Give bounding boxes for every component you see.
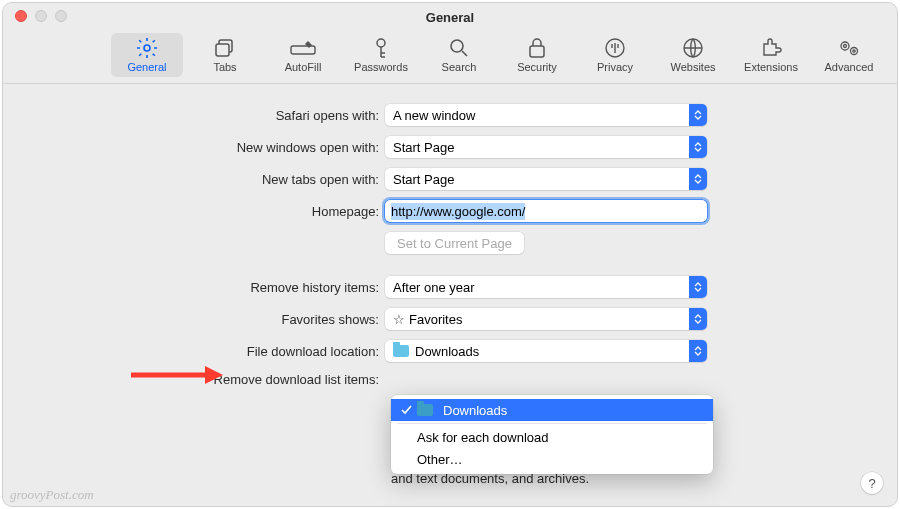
toolbar-label: Search <box>442 61 477 73</box>
toolbar-tab-advanced[interactable]: Advanced <box>813 33 885 77</box>
folder-icon <box>393 345 409 357</box>
help-button[interactable]: ? <box>861 472 883 494</box>
popup-arrows-icon <box>689 340 707 362</box>
popup-value: Start Page <box>393 140 454 155</box>
annotation-arrow-icon <box>131 366 223 384</box>
new-tabs-popup[interactable]: Start Page <box>385 168 707 190</box>
svg-point-10 <box>844 45 847 48</box>
toolbar-tab-extensions[interactable]: Extensions <box>735 33 807 77</box>
popup-value: A new window <box>393 108 475 123</box>
menu-item-ask[interactable]: Ask for each download <box>391 426 713 448</box>
svg-point-4 <box>377 39 385 47</box>
preferences-window: General General Tabs <box>2 2 898 507</box>
puzzle-icon <box>758 37 784 59</box>
general-pane: Safari opens with: A new window New wind… <box>3 84 897 387</box>
checkmark-icon <box>399 405 413 415</box>
menu-separator <box>397 423 707 424</box>
toolbar-label: AutoFill <box>285 61 322 73</box>
download-location-label: File download location: <box>3 344 385 359</box>
favorites-popup[interactable]: ☆ Favorites <box>385 308 707 330</box>
popup-value: Start Page <box>393 172 454 187</box>
hand-icon <box>602 37 628 59</box>
new-tabs-label: New tabs open with: <box>3 172 385 187</box>
lock-icon <box>524 37 550 59</box>
preferences-toolbar: General Tabs AutoFill <box>3 31 897 84</box>
folder-icon <box>417 404 433 416</box>
svg-marker-14 <box>205 366 223 384</box>
svg-point-9 <box>841 42 849 50</box>
toolbar-tab-passwords[interactable]: Passwords <box>345 33 417 77</box>
window-title: General <box>426 10 474 25</box>
homepage-value: http://www.google.com/ <box>391 203 525 220</box>
pencil-field-icon <box>290 37 316 59</box>
traffic-lights <box>15 10 67 22</box>
toolbar-tab-security[interactable]: Security <box>501 33 573 77</box>
menu-item-downloads[interactable]: Downloads <box>391 399 713 421</box>
tabs-icon <box>212 37 238 59</box>
download-location-popup[interactable]: Downloads <box>385 340 707 362</box>
menu-item-other[interactable]: Other… <box>391 448 713 470</box>
menu-item-label: Ask for each download <box>417 430 549 445</box>
gear-icon <box>134 37 160 59</box>
toolbar-tab-websites[interactable]: Websites <box>657 33 729 77</box>
globe-icon <box>680 37 706 59</box>
download-location-menu: Downloads Ask for each download Other… <box>391 395 713 474</box>
menu-item-label: Other… <box>417 452 463 467</box>
svg-rect-2 <box>216 44 229 56</box>
popup-arrows-icon <box>689 276 707 298</box>
toolbar-label: Tabs <box>213 61 236 73</box>
favorites-label: Favorites shows: <box>3 312 385 327</box>
svg-rect-3 <box>291 46 315 54</box>
star-icon: ☆ <box>393 312 405 327</box>
svg-rect-6 <box>530 46 544 57</box>
popup-arrows-icon <box>689 168 707 190</box>
remove-history-label: Remove history items: <box>3 280 385 295</box>
toolbar-tab-search[interactable]: Search <box>423 33 495 77</box>
homepage-field[interactable]: http://www.google.com/ <box>385 200 707 222</box>
close-window-button[interactable] <box>15 10 27 22</box>
zoom-window-button[interactable] <box>55 10 67 22</box>
remove-history-popup[interactable]: After one year <box>385 276 707 298</box>
popup-arrows-icon <box>689 136 707 158</box>
toolbar-label: Advanced <box>825 61 874 73</box>
toolbar-label: Security <box>517 61 557 73</box>
toolbar-tab-privacy[interactable]: Privacy <box>579 33 651 77</box>
titlebar: General <box>3 3 897 31</box>
popup-arrows-icon <box>689 104 707 126</box>
new-windows-label: New windows open with: <box>3 140 385 155</box>
svg-point-12 <box>853 50 855 52</box>
menu-item-label: Downloads <box>443 403 507 418</box>
set-current-page-button[interactable]: Set to Current Page <box>385 232 524 254</box>
watermark: groovyPost.com <box>10 487 94 503</box>
popup-arrows-icon <box>689 308 707 330</box>
homepage-label: Homepage: <box>3 204 385 219</box>
toolbar-label: Extensions <box>744 61 798 73</box>
svg-point-11 <box>851 48 858 55</box>
svg-point-5 <box>451 40 463 52</box>
popup-value: Downloads <box>415 344 479 359</box>
gears-icon <box>836 37 862 59</box>
safari-opens-popup[interactable]: A new window <box>385 104 707 126</box>
toolbar-label: Privacy <box>597 61 633 73</box>
search-icon <box>446 37 472 59</box>
toolbar-tab-autofill[interactable]: AutoFill <box>267 33 339 77</box>
new-windows-popup[interactable]: Start Page <box>385 136 707 158</box>
popup-value: Favorites <box>409 312 462 327</box>
safari-opens-label: Safari opens with: <box>3 108 385 123</box>
popup-value: After one year <box>393 280 475 295</box>
toolbar-tab-tabs[interactable]: Tabs <box>189 33 261 77</box>
toolbar-label: General <box>127 61 166 73</box>
svg-point-0 <box>144 45 150 51</box>
toolbar-label: Websites <box>670 61 715 73</box>
minimize-window-button[interactable] <box>35 10 47 22</box>
toolbar-tab-general[interactable]: General <box>111 33 183 77</box>
key-icon <box>368 37 394 59</box>
toolbar-label: Passwords <box>354 61 408 73</box>
